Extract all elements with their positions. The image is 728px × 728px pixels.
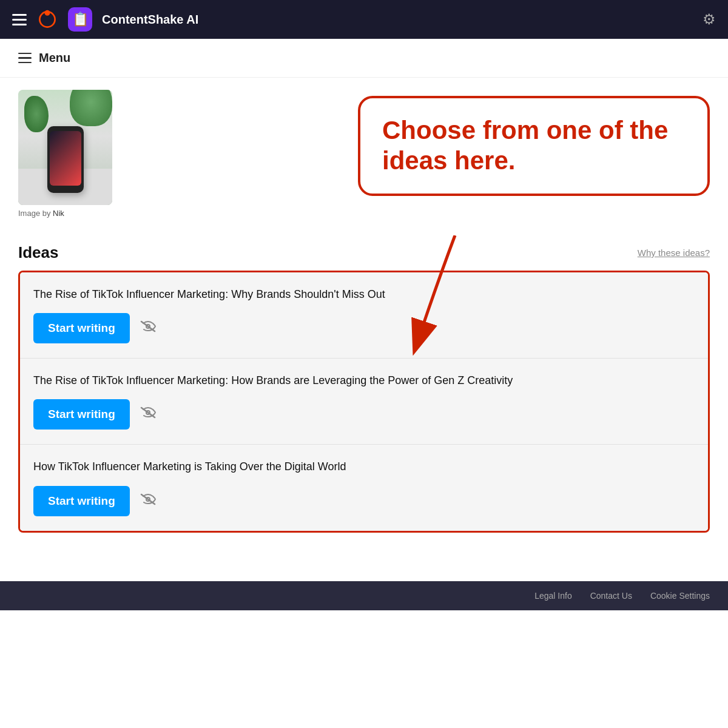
top-navigation: 📋 ContentShake AI ⚙ (0, 0, 728, 39)
start-writing-button-2[interactable]: Start writing (33, 399, 130, 430)
idea-actions-1: Start writing (33, 313, 695, 343)
idea-card-2: The Rise of TikTok Influencer Marketing:… (20, 359, 708, 445)
app-icon-symbol: 📋 (72, 12, 89, 27)
start-writing-button-3[interactable]: Start writing (33, 486, 130, 516)
idea-title-3: How TikTok Influencer Marketing is Takin… (33, 459, 695, 474)
semrush-logo-icon (36, 8, 58, 30)
start-writing-button-1[interactable]: Start writing (33, 313, 130, 343)
idea-actions-3: Start writing (33, 486, 695, 516)
why-ideas-link[interactable]: Why these ideas? (638, 248, 710, 258)
image-credit: Image by Nik (18, 209, 710, 218)
idea-card-1: The Rise of TikTok Influencer Marketing:… (20, 272, 708, 359)
idea-title-1: The Rise of TikTok Influencer Marketing:… (33, 287, 695, 302)
article-area: Image by Nik Choose from one of the idea… (0, 78, 728, 545)
footer-link-contact[interactable]: Contact Us (590, 591, 632, 601)
callout-arrow (400, 235, 473, 357)
footer-link-legal[interactable]: Legal Info (534, 591, 572, 601)
ideas-section: Ideas Why these ideas? The Rise of TikTo… (18, 243, 710, 533)
idea-actions-2: Start writing (33, 399, 695, 430)
callout-text: Choose from one of the ideas here. (382, 116, 668, 175)
ideas-header: Ideas Why these ideas? (18, 243, 710, 262)
settings-gear-icon[interactable]: ⚙ (703, 11, 716, 28)
idea-card-3: How TikTok Influencer Marketing is Takin… (20, 445, 708, 530)
hide-icon-3[interactable] (140, 493, 157, 510)
main-content: Menu Im (0, 39, 728, 728)
app-name: ContentShake AI (102, 13, 198, 27)
app-icon: 📋 (68, 7, 92, 32)
article-thumbnail (18, 90, 112, 205)
footer-link-cookies[interactable]: Cookie Settings (650, 591, 710, 601)
menu-label: Menu (39, 51, 70, 65)
ideas-list: The Rise of TikTok Influencer Marketing:… (18, 271, 710, 533)
callout-bubble: Choose from one of the ideas here. (358, 96, 710, 196)
image-credit-link[interactable]: Nik (53, 209, 64, 218)
ideas-title: Ideas (18, 243, 59, 262)
hide-icon-1[interactable] (140, 320, 157, 337)
svg-point-1 (45, 10, 50, 16)
idea-title-2: The Rise of TikTok Influencer Marketing:… (33, 373, 695, 388)
menu-bar: Menu (0, 39, 728, 78)
nav-hamburger-icon[interactable] (12, 14, 27, 25)
hide-icon-2[interactable] (140, 406, 157, 423)
footer: Legal Info Contact Us Cookie Settings (0, 581, 728, 610)
menu-hamburger-icon[interactable] (18, 53, 32, 64)
